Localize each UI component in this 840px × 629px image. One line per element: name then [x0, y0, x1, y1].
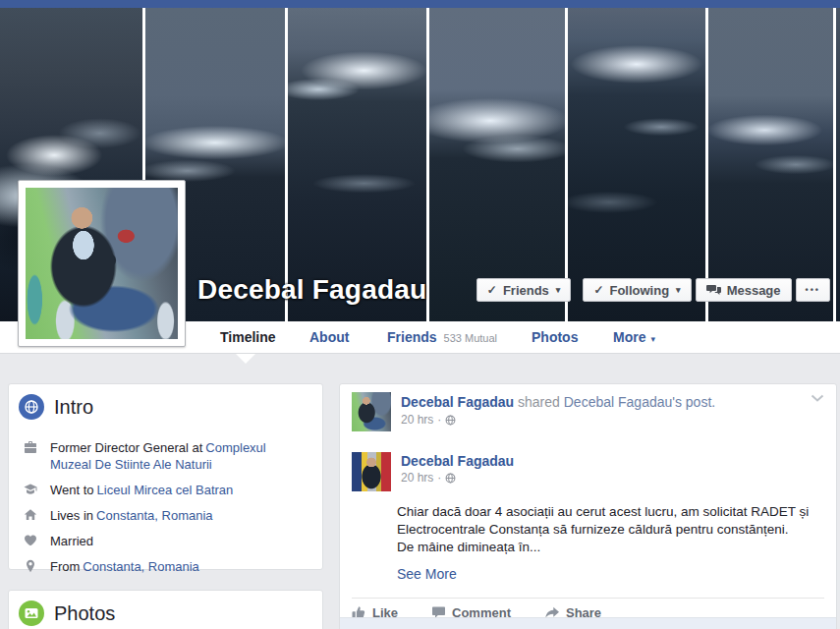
cover-photo-panel	[429, 8, 565, 321]
following-button[interactable]: ✓ Following ▾	[583, 278, 691, 302]
post-header: Decebal Fagadau shared Decebal Fagadau's…	[340, 384, 836, 431]
friends-button-label: Friends	[503, 283, 549, 298]
intro-work-text: Former Director General at	[50, 440, 202, 455]
check-icon: ✓	[593, 283, 603, 297]
photos-card-header: Photos	[9, 591, 322, 626]
caret-down-icon: ▾	[556, 285, 561, 295]
facebook-top-bar	[0, 0, 840, 8]
intro-card-header: Intro	[9, 384, 322, 420]
intro-education-link[interactable]: Liceul Mircea cel Batran	[97, 483, 234, 497]
intro-card: Intro Former Director General atComplexu…	[8, 383, 323, 570]
cover-photo-panel	[708, 8, 833, 321]
shared-post-header: Decebal Fagadau 20 hrs ·	[340, 444, 836, 491]
dot-separator: ·	[437, 413, 441, 427]
comment-box-area[interactable]	[340, 617, 836, 629]
post-card: Decebal Fagadau shared Decebal Fagadau's…	[339, 383, 837, 629]
photos-card-title: Photos	[54, 602, 115, 625]
intro-item-lives-in: Lives inConstanta, Romania	[19, 507, 310, 524]
active-tab-indicator	[236, 354, 255, 364]
friends-button[interactable]: ✓ Friends ▾	[476, 278, 572, 302]
intro-item-relationship: Married	[19, 533, 310, 549]
tab-more[interactable]: More▾	[613, 321, 655, 354]
dot-separator: ·	[437, 471, 441, 485]
intro-card-title: Intro	[54, 396, 93, 419]
ellipsis-icon: •••	[806, 285, 820, 295]
intro-relationship-text: Married	[50, 534, 93, 548]
tab-photos[interactable]: Photos	[532, 321, 578, 354]
intro-list: Former Director General atComplexul Muze…	[9, 420, 322, 575]
public-globe-icon	[445, 415, 456, 426]
post-options-chevron-icon[interactable]	[811, 394, 824, 402]
more-options-button[interactable]: •••	[796, 278, 830, 302]
intro-lives-in-text: Lives in	[50, 508, 93, 523]
home-icon	[21, 508, 40, 524]
post-action-word: shared	[518, 394, 560, 410]
briefcase-icon	[21, 440, 40, 473]
see-more-link[interactable]: See More	[397, 566, 824, 582]
cover-photo-panel	[568, 8, 705, 321]
intro-item-education: Went toLiceul Mircea cel Batran	[19, 482, 310, 498]
tab-friends-label: Friends	[387, 329, 437, 345]
profile-picture[interactable]	[18, 180, 186, 347]
intro-from-link[interactable]: Constanta, Romania	[83, 559, 199, 574]
heart-icon	[21, 534, 40, 549]
intro-lives-in-link[interactable]: Constanta, Romania	[96, 508, 213, 523]
profile-action-buttons: ✓ Friends ▾ ✓ Following ▾ Message •••	[476, 278, 830, 302]
tab-more-label: More	[613, 329, 645, 345]
tab-about[interactable]: About	[309, 321, 349, 354]
caret-down-icon: ▾	[676, 285, 681, 295]
facebook-profile-page: Decebal Fagadau ✓ Friends ▾ ✓ Following …	[0, 0, 840, 629]
intro-from-text: From	[50, 559, 80, 574]
shared-post-timestamp-row: 20 hrs ·	[401, 471, 514, 485]
post-timestamp-row: 20 hrs ·	[401, 413, 715, 427]
message-button-label: Message	[727, 283, 781, 298]
caret-down-icon: ▾	[650, 334, 655, 344]
following-button-label: Following	[609, 283, 669, 298]
post-header-text: Decebal Fagadau shared Decebal Fagadau's…	[401, 393, 715, 412]
shared-post-author-avatar[interactable]	[352, 452, 391, 491]
check-icon: ✓	[487, 283, 497, 297]
intro-education-text: Went to	[50, 483, 94, 497]
location-pin-icon	[21, 559, 40, 575]
tab-timeline[interactable]: Timeline	[220, 321, 276, 354]
message-bubbles-icon	[706, 284, 721, 296]
profile-picture-image	[26, 188, 178, 339]
photos-icon	[19, 600, 44, 626]
tab-friends-mutual-count: 533 Mutual	[444, 332, 497, 344]
public-globe-icon	[445, 473, 456, 484]
cover-photo-panel	[836, 8, 840, 321]
post-timestamp[interactable]: 20 hrs	[401, 413, 433, 427]
message-button[interactable]: Message	[696, 278, 792, 302]
post-author-avatar[interactable]	[352, 392, 391, 431]
intro-item-from: FromConstanta, Romania	[19, 558, 310, 575]
post-author-link[interactable]: Decebal Fagadau	[401, 394, 514, 410]
photos-card: Photos	[8, 590, 323, 629]
intro-item-work: Former Director General atComplexul Muze…	[19, 439, 310, 473]
globe-icon	[19, 394, 44, 420]
shared-post-timestamp[interactable]: 20 hrs	[401, 471, 433, 485]
graduation-cap-icon	[21, 483, 40, 498]
shared-post-link[interactable]: Decebal Fagadau's post.	[564, 394, 715, 410]
post-body-text: Chiar dacă doar 4 asociații au cerut ace…	[397, 503, 831, 556]
tab-friends[interactable]: Friends533 Mutual	[387, 321, 497, 354]
profile-name: Decebal Fagadau	[197, 274, 426, 306]
shared-post-author-link[interactable]: Decebal Fagadau	[401, 453, 514, 470]
